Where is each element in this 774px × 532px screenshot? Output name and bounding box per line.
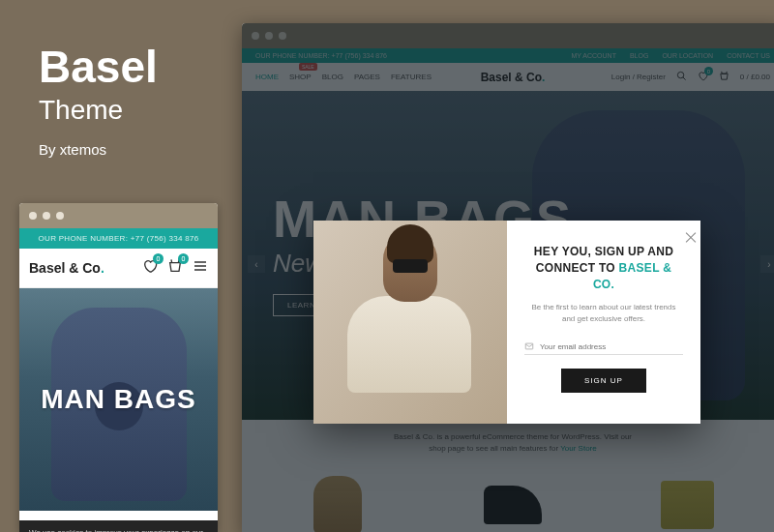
logo[interactable]: Basel & Co. [29, 260, 104, 276]
product-card[interactable] [605, 466, 770, 532]
theme-byline: By xtemos [39, 141, 213, 158]
cookie-notice: We use cookies to improve your experienc… [19, 520, 218, 532]
product-card[interactable] [431, 466, 596, 532]
hero-title: MAN BAGS [41, 384, 195, 415]
signup-modal: HEY YOU, SIGN UP AND CONNECT TO BASEL & … [313, 221, 700, 424]
wishlist-badge: 0 [153, 253, 164, 264]
nav-blog[interactable]: BLOG [322, 73, 343, 81]
store-description: Basel & Co. is a powerful eCommerce them… [242, 420, 774, 466]
announce-bar: OUR PHONE NUMBER: +77 (756) 334 876 MY A… [242, 48, 774, 63]
svg-point-0 [677, 72, 683, 77]
logo[interactable]: Basel & Co. [481, 71, 546, 84]
mobile-hero: MAN BAGS [19, 288, 218, 511]
window-controls [242, 23, 774, 48]
nav-home[interactable]: HOME [255, 73, 279, 81]
wishlist-icon[interactable]: 0 [142, 258, 158, 278]
theme-title: Basel [39, 44, 213, 89]
prev-arrow-icon[interactable]: ‹ [248, 255, 265, 273]
next-arrow-icon[interactable]: › [760, 255, 774, 273]
menu-icon[interactable] [193, 258, 208, 278]
main-nav: HOME SHOP BLOG PAGES FEATURES Basel & Co… [242, 63, 774, 91]
email-input[interactable] [540, 342, 683, 351]
nav-pages[interactable]: PAGES [354, 73, 380, 81]
your-store-link[interactable]: Your Store [560, 444, 597, 453]
cart-icon[interactable]: 0 [167, 258, 183, 278]
my-account-link[interactable]: MY ACCOUNT [571, 52, 616, 59]
modal-subtext: Be the first to learn about our latest t… [524, 302, 683, 325]
nav-features[interactable]: FEATURES [391, 73, 432, 81]
signup-button[interactable]: SIGN UP [561, 369, 646, 393]
mail-icon [524, 341, 534, 351]
login-link[interactable]: Login / Register [611, 73, 666, 81]
announce-bar: OUR PHONE NUMBER: +77 (756) 334 876 [19, 228, 218, 249]
theme-subtitle: Theme [39, 95, 213, 126]
search-icon[interactable] [676, 71, 687, 83]
blog-link[interactable]: BLOG [630, 52, 648, 59]
contact-link[interactable]: CONTACT US [727, 52, 770, 59]
theme-info: Basel Theme By xtemos [39, 44, 213, 158]
cart-text[interactable]: 0 / £0.00 [740, 73, 770, 81]
mobile-preview: OUR PHONE NUMBER: +77 (756) 334 876 Base… [19, 203, 218, 532]
cart-icon[interactable] [719, 71, 729, 83]
wishlist-icon[interactable]: 0 [698, 71, 708, 83]
product-row [242, 466, 774, 532]
modal-image [313, 221, 507, 424]
cart-badge: 0 [178, 253, 189, 264]
close-icon[interactable] [677, 230, 691, 244]
window-controls [19, 203, 218, 228]
mobile-header: Basel & Co. 0 0 [19, 249, 218, 288]
nav-shop[interactable]: SHOP [289, 73, 312, 81]
location-link[interactable]: OUR LOCATION [662, 52, 713, 59]
modal-heading: HEY YOU, SIGN UP AND CONNECT TO BASEL & … [524, 244, 683, 292]
email-field-wrapper [524, 339, 683, 355]
product-card[interactable] [255, 466, 421, 532]
